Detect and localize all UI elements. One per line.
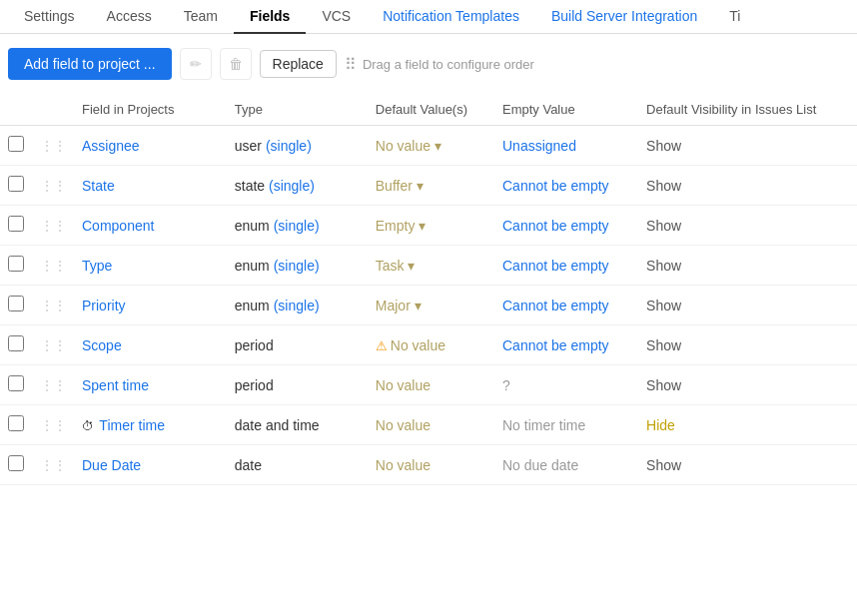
- row-checkbox-priority[interactable]: [8, 296, 24, 311]
- header-drag: [32, 94, 74, 126]
- type-sub-type: (single): [270, 258, 320, 274]
- nav-tab-vcs[interactable]: VCS: [306, 0, 367, 34]
- default-value-timer-time: No value: [376, 417, 430, 433]
- default-value-due-date: No value: [376, 457, 430, 473]
- drag-handle-priority[interactable]: ⋮⋮: [40, 298, 66, 313]
- nav-tab-fields[interactable]: Fields: [234, 0, 306, 34]
- default-value-type[interactable]: Task ▾: [376, 258, 416, 274]
- visibility-assignee: Show: [646, 138, 681, 154]
- warn-icon-scope: ⚠: [376, 338, 388, 353]
- row-checkbox-component[interactable]: [8, 216, 24, 232]
- nav-tab-team[interactable]: Team: [168, 0, 234, 34]
- nav-tab-settings[interactable]: Settings: [8, 0, 91, 34]
- table-row: ⋮⋮Due DatedateNo valueNo due dateShow: [0, 445, 857, 485]
- type-main-spent-time: period: [235, 377, 274, 393]
- header-visibility: Default Visibility in Issues List: [638, 94, 857, 126]
- type-main-type: enum: [235, 258, 270, 274]
- drag-dots-icon: ⠿: [345, 55, 357, 74]
- table-row: ⋮⋮Scopeperiod⚠No valueCannot be emptySho…: [0, 325, 857, 365]
- row-checkbox-scope[interactable]: [8, 335, 24, 351]
- default-value-spent-time: No value: [376, 377, 430, 393]
- field-name-priority[interactable]: Priority: [82, 298, 126, 313]
- fields-table: Field in Projects Type Default Value(s) …: [0, 94, 857, 485]
- field-name-component[interactable]: Component: [82, 218, 154, 234]
- default-value-assignee[interactable]: No value ▾: [376, 138, 441, 154]
- row-checkbox-type[interactable]: [8, 256, 24, 272]
- toolbar: Add field to project ... ✏ 🗑 Replace ⠿ D…: [0, 34, 857, 94]
- field-name-spent-time[interactable]: Spent time: [82, 377, 149, 393]
- edit-button[interactable]: ✏: [180, 48, 212, 80]
- row-checkbox-state[interactable]: [8, 176, 24, 192]
- row-checkbox-spent-time[interactable]: [8, 375, 24, 391]
- visibility-state: Show: [646, 178, 681, 194]
- type-sub-priority: (single): [270, 298, 320, 313]
- empty-value-assignee[interactable]: Unassigned: [502, 138, 576, 154]
- table-row: ⋮⋮Priorityenum (single)Major ▾Cannot be …: [0, 286, 857, 325]
- empty-value-component[interactable]: Cannot be empty: [502, 218, 609, 234]
- drag-handle-due-date[interactable]: ⋮⋮: [40, 457, 66, 473]
- empty-value-type[interactable]: Cannot be empty: [502, 258, 609, 274]
- header-default: Default Value(s): [368, 94, 494, 126]
- empty-value-timer-time: No timer time: [502, 417, 585, 433]
- visibility-priority: Show: [646, 298, 681, 313]
- default-value-component[interactable]: Empty ▾: [376, 218, 427, 234]
- visibility-due-date: Show: [646, 457, 681, 473]
- nav-tabs: SettingsAccessTeamFieldsVCSNotification …: [0, 0, 857, 34]
- field-name-due-date[interactable]: Due Date: [82, 457, 141, 473]
- header-field: Field in Projects: [74, 94, 227, 126]
- row-checkbox-timer-time[interactable]: [8, 415, 24, 431]
- visibility-spent-time: Show: [646, 377, 681, 393]
- nav-tab-notification-templates[interactable]: Notification Templates: [367, 0, 535, 34]
- header-checkbox: [0, 94, 32, 126]
- visibility-type: Show: [646, 258, 681, 274]
- replace-button[interactable]: Replace: [260, 50, 337, 78]
- row-checkbox-due-date[interactable]: [8, 455, 24, 471]
- field-name-scope[interactable]: Scope: [82, 337, 122, 353]
- drag-hint: ⠿ Drag a field to configure order: [345, 55, 534, 74]
- type-main-scope: period: [235, 337, 274, 353]
- type-main-priority: enum: [235, 298, 270, 313]
- empty-value-scope[interactable]: Cannot be empty: [502, 337, 609, 353]
- type-main-assignee: user: [235, 138, 262, 154]
- delete-icon: 🗑: [229, 56, 243, 72]
- edit-icon: ✏: [190, 56, 202, 72]
- drag-handle-component[interactable]: ⋮⋮: [40, 218, 66, 234]
- drag-handle-spent-time[interactable]: ⋮⋮: [40, 377, 66, 393]
- header-empty: Empty Value: [494, 94, 638, 126]
- visibility-scope: Show: [646, 337, 681, 353]
- nav-tab-ti[interactable]: Ti: [713, 0, 756, 34]
- empty-value-spent-time: ?: [502, 377, 510, 393]
- drag-handle-scope[interactable]: ⋮⋮: [40, 337, 66, 353]
- drag-handle-timer-time[interactable]: ⋮⋮: [40, 417, 66, 433]
- field-name-state[interactable]: State: [82, 178, 115, 194]
- drag-handle-state[interactable]: ⋮⋮: [40, 178, 66, 194]
- drag-handle-type[interactable]: ⋮⋮: [40, 258, 66, 274]
- type-main-state: state: [235, 178, 265, 194]
- drag-handle-assignee[interactable]: ⋮⋮: [40, 138, 66, 154]
- visibility-timer-time: Hide: [646, 417, 675, 433]
- type-sub-assignee: (single): [262, 138, 312, 154]
- type-main-timer-time: date and time: [235, 417, 320, 433]
- type-sub-component: (single): [270, 218, 320, 234]
- field-name-assignee[interactable]: Assignee: [82, 138, 140, 154]
- nav-tab-build-server[interactable]: Build Server Integration: [535, 0, 713, 34]
- field-name-timer-time[interactable]: Timer time: [99, 417, 165, 433]
- empty-value-priority[interactable]: Cannot be empty: [502, 298, 609, 313]
- row-checkbox-assignee[interactable]: [8, 136, 24, 152]
- delete-button[interactable]: 🗑: [220, 48, 252, 80]
- default-value-scope: No value: [391, 337, 445, 353]
- table-row: ⋮⋮Statestate (single)Buffer ▾Cannot be e…: [0, 166, 857, 206]
- empty-value-due-date: No due date: [502, 457, 578, 473]
- add-field-button[interactable]: Add field to project ...: [8, 48, 172, 80]
- type-main-component: enum: [235, 218, 270, 234]
- visibility-component: Show: [646, 218, 681, 234]
- default-value-state[interactable]: Buffer ▾: [376, 178, 424, 194]
- field-name-type[interactable]: Type: [82, 258, 112, 274]
- nav-tab-access[interactable]: Access: [91, 0, 168, 34]
- empty-value-state[interactable]: Cannot be empty: [502, 178, 609, 194]
- table-row: ⋮⋮Assigneeuser (single)No value ▾Unassig…: [0, 126, 857, 166]
- header-type: Type: [227, 94, 368, 126]
- type-main-due-date: date: [235, 457, 262, 473]
- drag-hint-text: Drag a field to configure order: [363, 57, 534, 72]
- default-value-priority[interactable]: Major ▾: [376, 298, 422, 313]
